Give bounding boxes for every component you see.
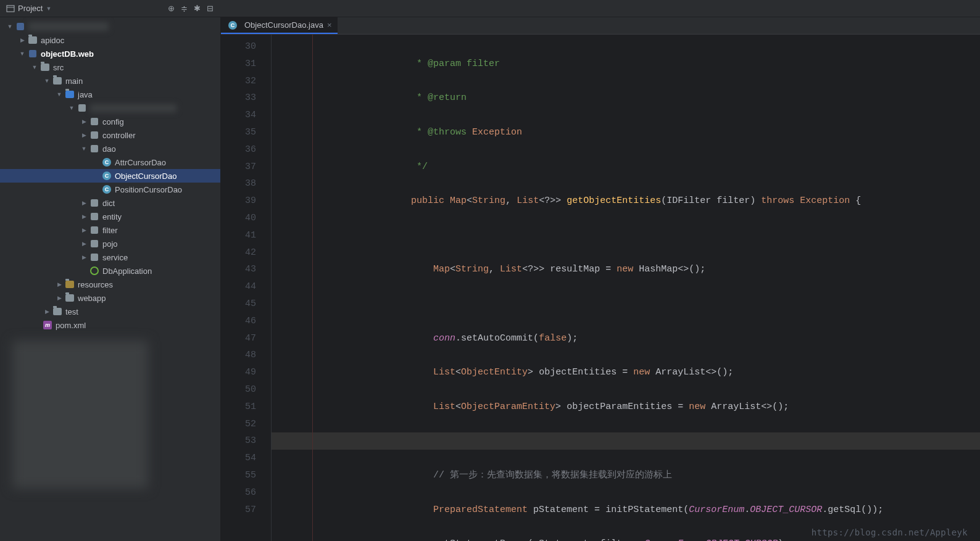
code-line: List<ObjectEntity> objectEntities = new … xyxy=(272,364,980,381)
gear-icon[interactable]: ✱ xyxy=(194,4,201,13)
tree-label: webapp xyxy=(78,294,106,303)
tree-apidoc[interactable]: ▶ apidoc xyxy=(0,33,220,47)
tree-label: service xyxy=(102,253,128,262)
line-number: 37 xyxy=(221,159,256,176)
tree-label: AttrCursorDao xyxy=(115,158,166,167)
expand-arrow-icon[interactable]: ▼ xyxy=(42,78,52,84)
expand-arrow-icon[interactable]: ▶ xyxy=(54,295,64,301)
code-line: public Map<String, List<?>> getObjectEnt… xyxy=(272,192,980,210)
expand-arrow-icon[interactable]: ▶ xyxy=(79,213,89,220)
expand-arrow-icon[interactable]: ▼ xyxy=(79,146,89,152)
expand-arrow-icon[interactable]: ▼ xyxy=(30,64,39,70)
tree-pojo[interactable]: ▶ pojo xyxy=(0,237,220,250)
tree-objectdb-web[interactable]: ▼ objectDB.web xyxy=(0,47,220,60)
tree-objectcursordao[interactable]: C ObjectCursorDao xyxy=(0,169,220,183)
tree-java[interactable]: ▼ java xyxy=(0,88,220,101)
tree-attrcursordao[interactable]: C AttrCursorDao xyxy=(0,155,220,169)
expand-arrow-icon[interactable]: ▼ xyxy=(5,23,15,30)
hide-icon[interactable]: ⊟ xyxy=(207,4,214,13)
editor-tab-bar: C ObjectCursorDao.java × xyxy=(221,17,980,35)
package-icon xyxy=(89,145,100,152)
close-icon[interactable]: × xyxy=(327,20,332,30)
tree-package[interactable]: ▼ xyxy=(0,101,220,115)
code-line: * @return xyxy=(272,89,980,107)
code-line: * @throws Exception xyxy=(272,124,980,141)
tree-dao[interactable]: ▼ dao xyxy=(0,142,220,155)
expand-arrow-icon[interactable]: ▶ xyxy=(54,281,64,287)
tree-resources[interactable]: ▶ resources xyxy=(0,278,220,291)
tree-label: test xyxy=(65,307,78,316)
tree-label: filter xyxy=(102,226,118,235)
folder-icon xyxy=(39,64,51,71)
line-number: 45 xyxy=(221,295,256,313)
expand-arrow-icon[interactable]: ▶ xyxy=(79,241,89,247)
code-area[interactable]: 3031323334353637383940414243444546474849… xyxy=(221,35,980,541)
project-toolbar: ⊕ ≑ ✱ ⊟ xyxy=(147,4,221,13)
resources-folder-icon xyxy=(64,281,75,288)
tree-pom[interactable]: m pom.xml xyxy=(0,318,220,332)
code-editor[interactable]: * @param filter * @return * @throws Exce… xyxy=(272,35,980,541)
expand-arrow-icon[interactable]: ▶ xyxy=(79,118,89,125)
target-icon[interactable]: ⊕ xyxy=(168,4,175,13)
package-icon xyxy=(89,131,100,139)
line-number: 33 xyxy=(221,89,256,107)
tree-main[interactable]: ▼ main xyxy=(0,74,220,88)
expand-arrow-icon[interactable]: ▶ xyxy=(42,308,52,315)
chevron-down-icon: ▼ xyxy=(46,6,51,12)
expand-arrow-icon[interactable]: ▼ xyxy=(17,51,27,57)
line-number: 50 xyxy=(221,381,256,399)
project-tool-window-label[interactable]: Project ▼ xyxy=(0,4,57,13)
tree-config[interactable]: ▶ config xyxy=(0,115,220,128)
line-number: 47 xyxy=(221,330,256,347)
tree-entity[interactable]: ▶ entity xyxy=(0,210,220,223)
line-number: 41 xyxy=(221,227,256,244)
tree-label: controller xyxy=(102,131,135,140)
module-icon xyxy=(15,23,26,30)
expand-arrow-icon[interactable]: ▼ xyxy=(67,105,77,111)
line-number: 40 xyxy=(221,210,256,227)
project-tree[interactable]: ▼ ▶ apidoc ▼ objectDB.web ▼ src ▼ main ▼ xyxy=(0,17,221,541)
tree-src[interactable]: ▼ src xyxy=(0,60,220,74)
source-folder-icon xyxy=(64,91,75,98)
line-number: 55 xyxy=(221,467,256,484)
tree-label: main xyxy=(65,76,83,86)
tree-label: src xyxy=(53,63,64,72)
tree-label: dao xyxy=(102,144,116,154)
tree-dbapplication[interactable]: DbApplication xyxy=(0,264,220,278)
tree-service[interactable]: ▶ service xyxy=(0,250,220,264)
expand-arrow-icon[interactable]: ▶ xyxy=(17,37,27,43)
code-line: */ xyxy=(272,159,980,176)
expand-arrow-icon[interactable]: ▶ xyxy=(79,200,89,206)
expand-arrow-icon[interactable]: ▶ xyxy=(79,132,89,138)
code-line: PreparedStatement pStatement = initPStat… xyxy=(272,502,980,519)
folder-icon xyxy=(27,36,38,44)
tree-filter[interactable]: ▶ filter xyxy=(0,223,220,237)
expand-arrow-icon[interactable]: ▼ xyxy=(54,91,64,97)
package-icon xyxy=(89,213,100,220)
code-line xyxy=(272,295,980,313)
top-bar: Project ▼ ⊕ ≑ ✱ ⊟ xyxy=(0,0,980,17)
collapse-icon[interactable]: ≑ xyxy=(181,4,188,13)
code-line: Map<String, List<?>> resultMap = new Has… xyxy=(272,261,980,278)
code-line: conn.setAutoCommit(false); xyxy=(272,330,980,347)
editor-area: C ObjectCursorDao.java × 303132333435363… xyxy=(221,17,980,541)
tree-label: dict xyxy=(102,199,115,208)
line-number: 57 xyxy=(221,502,256,519)
tree-root[interactable]: ▼ xyxy=(0,20,220,33)
expand-arrow-icon[interactable]: ▶ xyxy=(79,227,89,233)
code-line: List<ObjectParamEntity> objectParamEntit… xyxy=(272,399,980,416)
tree-positioncursordao[interactable]: C PositionCursorDao xyxy=(0,183,220,196)
project-icon xyxy=(6,4,15,13)
tree-webapp[interactable]: ▶ webapp xyxy=(0,291,220,305)
editor-tab-active[interactable]: C ObjectCursorDao.java × xyxy=(221,17,338,34)
main-area: ▼ ▶ apidoc ▼ objectDB.web ▼ src ▼ main ▼ xyxy=(0,17,980,541)
code-line xyxy=(272,227,980,244)
tree-controller[interactable]: ▶ controller xyxy=(0,128,220,142)
expand-arrow-icon[interactable]: ▶ xyxy=(79,254,89,260)
line-number: 48 xyxy=(221,347,256,364)
tree-label: resources xyxy=(78,280,113,289)
tree-test[interactable]: ▶ test xyxy=(0,305,220,318)
tree-label: ObjectCursorDao xyxy=(115,171,176,181)
tree-dict[interactable]: ▶ dict xyxy=(0,196,220,210)
package-icon xyxy=(89,240,100,247)
